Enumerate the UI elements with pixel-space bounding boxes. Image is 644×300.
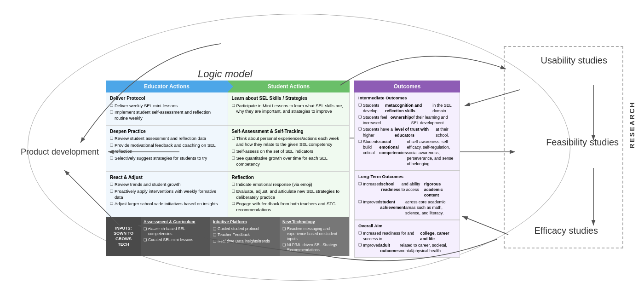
section-2-student-title: Self-Assessment & Self-Tracking <box>232 128 346 135</box>
bullet: See quantitative growth over time for ea… <box>232 156 346 167</box>
outcomes-overallaim: Overall Aim Increased readiness for and … <box>354 220 460 258</box>
bullet: Participate in Mini Lessons to learn wha… <box>232 103 346 115</box>
section-3-educator-title: React & Adjust <box>110 174 224 181</box>
inputs-row: INPUTS:SOWN TOGROWSTECH Assessment & Cur… <box>106 217 350 256</box>
logic-table: Educator Actions Student Actions Deliver… <box>106 81 350 256</box>
page-container: Logic model Educator Actions Student Act… <box>0 0 644 300</box>
bullet: Real-time Data insights/trends <box>213 239 277 244</box>
inputs-technology: New Technology Reactive messaging and ex… <box>280 217 349 256</box>
student-col-1: Learn about SEL Skills / Strategies Part… <box>228 92 350 126</box>
outcomes-overallaim-title: Overall Aim <box>358 223 456 229</box>
bullet: Improved adult outcomes related to caree… <box>358 242 456 254</box>
inputs-assessment-title: Assessment & Curriculum <box>144 219 207 225</box>
outcomes-intermediate: Intermediate Outcomes Students develop m… <box>354 92 460 171</box>
feasibility-studies-label: Feasibility studies <box>546 137 619 148</box>
efficacy-studies-label: Efficacy studies <box>534 225 598 236</box>
bullet: Improved student achievement across core… <box>358 199 456 216</box>
bullet: Provide motivational feedback and coachi… <box>110 143 224 155</box>
educator-header: Educator Actions <box>106 81 228 92</box>
bullet: Think about personal experiences/actions… <box>232 136 346 148</box>
inputs-label: INPUTS:SOWN TOGROWSTECH <box>106 217 141 256</box>
bullet: Evaluate, adjust, and articulate new SEL… <box>232 189 346 201</box>
inputs-assessment: Assessment & Curriculum Research-based S… <box>141 217 210 256</box>
bullet: Adjust larger school-wide initiatives ba… <box>110 201 224 207</box>
educator-col-3: React & Adjust Review trends and student… <box>106 172 228 218</box>
outcomes-longterm-title: Long-Term Outcomes <box>358 174 456 180</box>
product-development-label: Product development <box>21 147 99 157</box>
bullet: Selectively suggest strategies for stude… <box>110 156 224 162</box>
outcomes-header: Outcomes <box>354 81 460 92</box>
outcomes-panel: Outcomes Intermediate Outcomes Students … <box>354 81 460 258</box>
outcomes-longterm: Long-Term Outcomes Increased school read… <box>354 171 460 220</box>
educator-col-1: Deliver Protocol Deliver weekly SEL mini… <box>106 92 228 126</box>
educator-col-2: Deepen Practice Review student assessmen… <box>106 126 228 172</box>
student-col-3: Reflection Indicate emotional response (… <box>228 172 350 218</box>
section-2-educator-title: Deepen Practice <box>110 128 224 135</box>
bullet: NLP/ML-driven SEL Strategy Recommendatio… <box>282 242 346 253</box>
outcomes-intermediate-title: Intermediate Outcomes <box>358 95 456 101</box>
bullet: Review trends and student growth <box>110 182 224 188</box>
bullet: Indicate emotional response (via emoji) <box>232 182 346 188</box>
bullet: Reactive messaging and experience based … <box>282 226 346 242</box>
inputs-platform-title: Intuitive Platform <box>213 219 277 225</box>
logic-model-title: Logic model <box>198 68 253 80</box>
bullet: Guided student protocol <box>213 226 277 231</box>
section-1-educator-title: Deliver Protocol <box>110 95 224 102</box>
section-3-student-title: Reflection <box>232 174 346 181</box>
usability-studies-label: Usability studies <box>540 55 607 66</box>
bullet: Teacher Feedback <box>213 232 277 237</box>
section-2: Deepen Practice Review student assessmen… <box>106 126 350 172</box>
bullet: Self-assess on the set of SEL indicators <box>232 149 346 155</box>
inputs-label-text: INPUTS:SOWN TOGROWSTECH <box>114 226 133 248</box>
bullet: Research-based SEL competencies <box>144 226 207 237</box>
student-col-2: Self-Assessment & Self-Tracking Think ab… <box>228 126 350 172</box>
bullet: Students build critical social emotional… <box>358 139 456 167</box>
bullet: Curated SEL mini-lessons <box>144 237 207 242</box>
student-header: Student Actions <box>228 81 350 92</box>
bullet: Deliver weekly SEL mini-lessons <box>110 103 224 109</box>
bullet: Students have a higher level of trust wi… <box>358 127 456 138</box>
header-row: Educator Actions Student Actions <box>106 81 350 92</box>
bullet: Students feel increased ownership of the… <box>358 115 456 126</box>
bullet: Increased readiness for and success in c… <box>358 231 456 242</box>
inputs-technology-title: New Technology <box>282 219 346 225</box>
bullet: Proactively apply interventions with wee… <box>110 189 224 201</box>
bullet: Review student assessment and reflection… <box>110 136 224 142</box>
section-3: React & Adjust Review trends and student… <box>106 172 350 218</box>
section-1-student-title: Learn about SEL Skills / Strategies <box>232 95 346 102</box>
research-label: RESEARCH <box>628 101 636 149</box>
bullet: Engage with feedback from both teachers … <box>232 201 346 213</box>
inputs-platform: Intuitive Platform Guided student protoc… <box>210 217 280 256</box>
bullet: Increased school readiness and ability t… <box>358 181 456 198</box>
bullet: Implement student self-assessment and re… <box>110 110 224 121</box>
section-1: Deliver Protocol Deliver weekly SEL mini… <box>106 92 350 126</box>
bullet: Students develop metacognition and refle… <box>358 103 456 114</box>
